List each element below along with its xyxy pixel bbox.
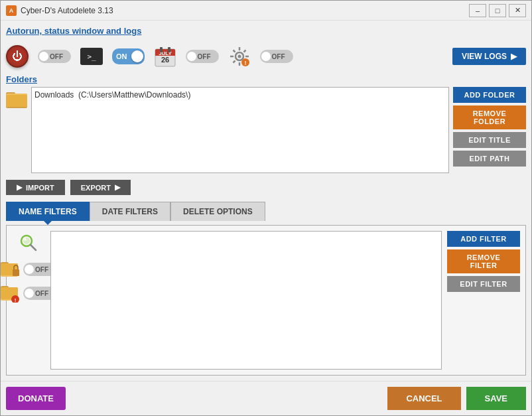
svg-line-25: [31, 245, 36, 250]
export-label: EXPORT: [81, 184, 111, 192]
app-icon: A: [6, 5, 17, 16]
filter-list-container: [50, 231, 442, 370]
close-button[interactable]: ✕: [509, 4, 526, 17]
import-button[interactable]: ▶ IMPORT: [6, 180, 65, 195]
toggle-4[interactable]: OFF: [260, 50, 293, 63]
toggle-label-2: ON: [113, 52, 130, 60]
filter-icons-col: OFF ! OFF: [12, 231, 45, 370]
svg-rect-5: [160, 47, 163, 52]
view-logs-label: VIEW LOGS: [462, 52, 507, 61]
remove-folder-button[interactable]: REMOVE FOLDER: [453, 105, 526, 129]
donate-button[interactable]: DONATE: [6, 387, 66, 410]
svg-rect-6: [168, 47, 170, 52]
svg-point-26: [24, 238, 27, 241]
svg-point-16: [237, 55, 241, 58]
add-folder-button[interactable]: ADD FOLDER: [453, 87, 526, 103]
tab-date-filters[interactable]: DATE FILTERS: [90, 202, 170, 221]
svg-line-15: [233, 61, 235, 63]
calendar-svg: JULY 26: [154, 45, 176, 68]
filter-folder-icon-2: !: [1, 284, 21, 303]
toggle-group-2: ON: [112, 48, 145, 64]
view-logs-arrow-icon: ▶: [511, 52, 517, 61]
magnifier-icon: [19, 234, 38, 255]
toggle-knob-1: [39, 52, 48, 61]
export-button[interactable]: EXPORT ▶: [70, 180, 131, 195]
tab-active-indicator: [44, 221, 52, 225]
folder-icon-area: [6, 87, 27, 108]
filter-toggle-label-2: OFF: [35, 290, 48, 297]
edit-title-button[interactable]: EDIT TITLE: [453, 132, 526, 148]
tab-name-filters[interactable]: NAME FILTERS: [6, 202, 90, 221]
svg-text:26: 26: [161, 56, 168, 64]
svg-point-24: [23, 238, 30, 244]
toggle-label-4: OFF: [272, 53, 285, 60]
toolbar: ⏻ OFF >_ ON: [6, 42, 526, 70]
toggle-knob-4: [261, 52, 271, 61]
add-filter-button[interactable]: ADD FILTER: [447, 231, 520, 247]
filter-folder-icon-1: [1, 260, 21, 279]
toggle-2[interactable]: ON: [112, 48, 145, 64]
folders-list[interactable]: [31, 87, 449, 173]
svg-line-12: [233, 50, 235, 52]
svg-rect-22: [6, 95, 27, 107]
bottom-bar: DONATE CANCEL SAVE: [1, 381, 531, 415]
edit-filter-button[interactable]: EDIT FILTER: [447, 276, 520, 292]
filter-toggle-label-1: OFF: [35, 266, 48, 273]
minimize-button[interactable]: –: [469, 4, 486, 17]
save-button[interactable]: SAVE: [466, 387, 526, 410]
svg-text:!: !: [244, 60, 246, 66]
filter-toggle-knob-1: [25, 265, 34, 274]
toggle-3[interactable]: OFF: [186, 50, 219, 63]
window-controls: – □ ✕: [469, 4, 526, 17]
folders-area: ADD FOLDER REMOVE FOLDER EDIT TITLE EDIT…: [6, 87, 526, 176]
import-label: IMPORT: [26, 184, 54, 192]
svg-rect-30: [13, 269, 19, 276]
section-header: Autorun, status window and logs: [6, 26, 526, 36]
folders-label: Folders: [6, 74, 526, 84]
import-arrow-icon: ▶: [17, 183, 22, 192]
folders-list-container: [31, 87, 449, 176]
filter-toggle-knob-2: [25, 289, 34, 298]
power-button[interactable]: ⏻: [6, 45, 29, 68]
search-icon-svg: [19, 234, 38, 252]
tabs-row: NAME FILTERS DATE FILTERS DELETE OPTIONS: [6, 202, 526, 221]
filter-buttons: ADD FILTER REMOVE FILTER EDIT FILTER: [447, 231, 520, 370]
maximize-button[interactable]: □: [489, 4, 506, 17]
filter-icon-row-1: OFF: [1, 260, 56, 279]
window-title: Cyber-D's Autodelete 3.13: [21, 6, 469, 15]
cmd-icon[interactable]: >_: [80, 48, 103, 65]
export-arrow-icon: ▶: [115, 183, 120, 192]
folders-section: Folders ADD FOLDER: [6, 74, 526, 195]
toggle-1[interactable]: OFF: [38, 50, 71, 63]
gear-icon[interactable]: !: [228, 45, 251, 68]
toggle-knob-2: [131, 50, 143, 62]
toggle-label-1: OFF: [50, 53, 63, 60]
toggle-group-1: OFF: [38, 50, 71, 63]
svg-text:!: !: [15, 297, 17, 303]
svg-line-14: [243, 50, 245, 52]
remove-filter-button[interactable]: REMOVE FILTER: [447, 249, 520, 273]
edit-path-button[interactable]: EDIT PATH: [453, 151, 526, 167]
toggle-knob-3: [187, 52, 196, 61]
import-export-row: ▶ IMPORT EXPORT ▶: [6, 180, 526, 195]
title-bar: A Cyber-D's Autodelete 3.13 – □ ✕: [1, 1, 531, 21]
cancel-button[interactable]: CANCEL: [387, 387, 460, 410]
folder-icon: [6, 90, 27, 108]
filter-icon-row-2: ! OFF: [1, 284, 56, 303]
folder-buttons: ADD FOLDER REMOVE FOLDER EDIT TITLE EDIT…: [453, 87, 526, 167]
power-icon: ⏻: [12, 51, 23, 62]
filter-list[interactable]: [50, 231, 442, 370]
toggle-label-3: OFF: [198, 53, 211, 60]
view-logs-button[interactable]: VIEW LOGS ▶: [452, 48, 526, 65]
filters-section: OFF ! OFF: [6, 225, 526, 376]
gear-svg: !: [228, 45, 251, 68]
calendar-icon[interactable]: JULY 26: [154, 45, 176, 68]
tab-delete-options[interactable]: DELETE OPTIONS: [170, 202, 265, 221]
